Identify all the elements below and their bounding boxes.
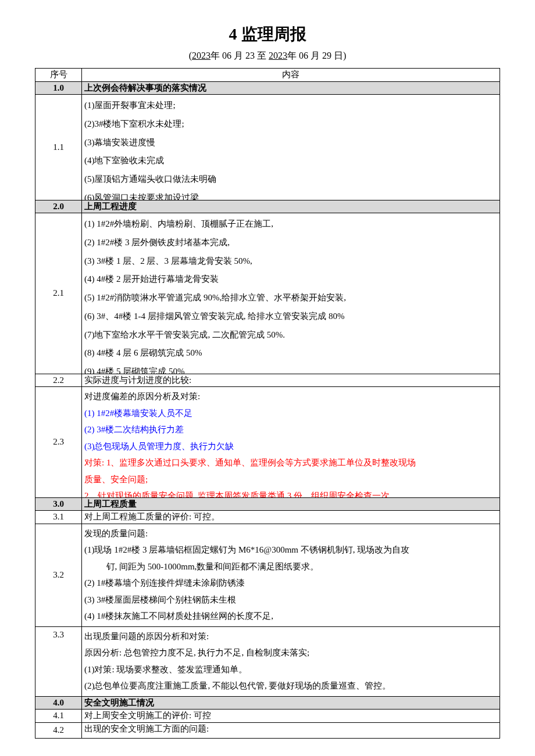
line: 出现的安全文明施工方面的问题: xyxy=(84,723,497,737)
section-label: 上次例会待解决事项的落实情况 xyxy=(82,81,500,95)
row-num: 1.1 xyxy=(35,95,82,200)
section-3-header: 3.0 上周工程质量 xyxy=(35,497,500,511)
line: (4)地下室验收未完成 xyxy=(84,153,497,169)
row-content: 对上周安全文明施工的评价: 可控 xyxy=(82,710,500,723)
line: (1) 1#2#楼幕墙安装人员不足 xyxy=(84,406,497,421)
line: (9) 4#楼 5 层砌筑完成 50% xyxy=(84,364,497,374)
row-num: 4.1 xyxy=(35,710,82,723)
row-content: 发现的质量问题: (1)现场 1#2#楼 3 层幕墙铝框固定螺钉为 M6*16@… xyxy=(82,524,500,626)
line: (3) 3#楼屋面层楼梯间个别柱钢筋未生根 xyxy=(84,593,497,608)
row-2-2: 2.2 实际进度与计划进度的比较: xyxy=(35,374,500,387)
line: (1) 1#2#外墙粉刷、内墙粉刷、顶棚腻子正在施工, xyxy=(84,216,497,232)
line: (6) 3#、4#楼 1-4 层排烟风管立管安装完成, 给排水立管安装完成 80… xyxy=(84,309,497,325)
date-range: (2023年 06 月 23 至 2023年 06 月 29 日) xyxy=(35,50,500,62)
line: (8) 4#楼 4 层 6 层砌筑完成 50% xyxy=(84,345,497,361)
line: (3)总包现场人员管理力度、执行力欠缺 xyxy=(84,439,497,454)
row-content: (1) 1#2#外墙粉刷、内墙粉刷、顶棚腻子正在施工, (2) 1#2#楼 3 … xyxy=(82,213,500,374)
section-label: 安全文明施工情况 xyxy=(82,696,500,710)
line: (1)屋面开裂事宜未处理; xyxy=(84,98,497,114)
section-label: 上周工程质量 xyxy=(82,497,500,511)
line: (6)风管洞口未按要求加设过梁 xyxy=(84,190,497,200)
line: (1)对策: 现场要求整改、签发监理通知单。 xyxy=(84,662,497,678)
row-num: 2.1 xyxy=(35,213,82,374)
line: (2)3#楼地下室积水未处理; xyxy=(84,116,497,132)
line: 钉, 间距为 500-1000mm,数量和间距都不满足图纸要求。 xyxy=(84,560,497,575)
row-num: 2.2 xyxy=(35,374,82,387)
row-2-1: 2.1 (1) 1#2#外墙粉刷、内墙粉刷、顶棚腻子正在施工, (2) 1#2#… xyxy=(35,213,500,374)
date-end-year: 2023 xyxy=(269,51,287,60)
table-header-row: 序号 内容 xyxy=(35,69,500,82)
section-num: 3.0 xyxy=(35,497,82,511)
row-content: 出现的安全文明施工方面的问题: xyxy=(82,722,500,738)
section-4-header: 4.0 安全文明施工情况 xyxy=(35,696,500,710)
col-seq-header: 序号 xyxy=(35,69,82,82)
date-mid1: 年 06 月 23 至 xyxy=(211,51,266,60)
date-start-year: 2023 xyxy=(192,51,211,60)
section-num: 1.0 xyxy=(35,81,82,95)
row-3-1: 3.1 对上周工程施工质量的评价: 可控。 xyxy=(35,511,500,524)
line: 对进度偏差的原因分析及对策: xyxy=(84,389,497,404)
row-num: 3.3 xyxy=(35,626,82,696)
col-content-header: 内容 xyxy=(82,69,500,82)
line: 原因分析: 总包管控力度不足, 执行力不足, 自检制度未落实; xyxy=(84,646,497,661)
row-num: 2.3 xyxy=(35,387,82,498)
line: (5) 1#2#消防喷淋水平管道完成 90%,给排水立管、水平桥架开始安装, xyxy=(84,290,497,306)
line: (2) 1#2#楼 3 层外侧铁皮封堵基本完成, xyxy=(84,235,497,251)
line: 对策: 1、监理多次通过口头要求、通知单、监理例会等方式要求施工单位及时整改现场 xyxy=(84,456,497,471)
line: (5)屋顶铝方通端头收口做法未明确 xyxy=(84,171,497,188)
line: (4) 4#楼 2 层开始进行幕墙龙骨安装 xyxy=(84,271,497,288)
section-label: 上周工程进度 xyxy=(82,200,500,213)
row-content: 对上周工程施工质量的评价: 可控。 xyxy=(82,511,500,524)
row-1-1: 1.1 (1)屋面开裂事宜未处理; (2)3#楼地下室积水未处理; (3)幕墙安… xyxy=(35,95,500,200)
line: (3) 3#楼 1 层、2 层、3 层幕墙龙骨安装 50%, xyxy=(84,253,497,270)
section-num: 4.0 xyxy=(35,696,82,710)
line: (7)地下室给水水平干管安装完成, 二次配管完成 50%. xyxy=(84,327,497,343)
row-num: 3.1 xyxy=(35,511,82,524)
line: (1)现场 1#2#楼 3 层幕墙铝框固定螺钉为 M6*16@300mm 不锈钢… xyxy=(84,543,497,558)
row-content: 出现质量问题的原因分析和对策: 原因分析: 总包管控力度不足, 执行力不足, 自… xyxy=(82,626,500,696)
row-num: 4.2 xyxy=(35,722,82,738)
line: (2) 1#楼幕墙个别连接件焊缝未涂刷防锈漆 xyxy=(84,576,497,591)
line: (3)幕墙安装进度慢 xyxy=(84,135,497,151)
line: (2)总包单位要高度注重施工质量, 不能以包代管, 要做好现场的质量巡查、管控。 xyxy=(84,679,497,694)
line: 质量、安全问题; xyxy=(84,472,497,488)
row-4-1: 4.1 对上周安全文明施工的评价: 可控 xyxy=(35,710,500,723)
row-2-3: 2.3 对进度偏差的原因分析及对策: (1) 1#2#楼幕墙安装人员不足 (2)… xyxy=(35,387,500,498)
row-content: (1)屋面开裂事宜未处理; (2)3#楼地下室积水未处理; (3)幕墙安装进度慢… xyxy=(82,95,500,200)
line: 出现质量问题的原因分析和对策: xyxy=(84,629,497,644)
line: (2) 3#楼二次结构执行力差 xyxy=(84,422,497,438)
line: (4) 1#楼抹灰施工不同材质处挂钢丝网的长度不足, xyxy=(84,609,497,624)
page-title: 4 监理周报 xyxy=(35,23,500,45)
line: 2、针对现场的质量安全问题, 监理本周签发质量类通 3 份。组织周安全检查一次。 xyxy=(84,489,497,497)
line: 发现的质量问题: xyxy=(84,526,497,542)
date-mid2: 年 06 月 29 日) xyxy=(287,51,346,60)
row-content: 对进度偏差的原因分析及对策: (1) 1#2#楼幕墙安装人员不足 (2) 3#楼… xyxy=(82,387,500,498)
section-1-header: 1.0 上次例会待解决事项的落实情况 xyxy=(35,81,500,95)
section-2-header: 2.0 上周工程进度 xyxy=(35,200,500,213)
row-num: 3.2 xyxy=(35,524,82,626)
row-3-2: 3.2 发现的质量问题: (1)现场 1#2#楼 3 层幕墙铝框固定螺钉为 M6… xyxy=(35,524,500,626)
section-num: 2.0 xyxy=(35,200,82,213)
row-content: 实际进度与计划进度的比较: xyxy=(82,374,500,387)
row-3-3: 3.3 出现质量问题的原因分析和对策: 原因分析: 总包管控力度不足, 执行力不… xyxy=(35,626,500,696)
row-4-2: 4.2 出现的安全文明施工方面的问题: xyxy=(35,722,500,738)
report-table: 序号 内容 1.0 上次例会待解决事项的落实情况 1.1 (1)屋面开裂事宜未处… xyxy=(35,68,500,739)
